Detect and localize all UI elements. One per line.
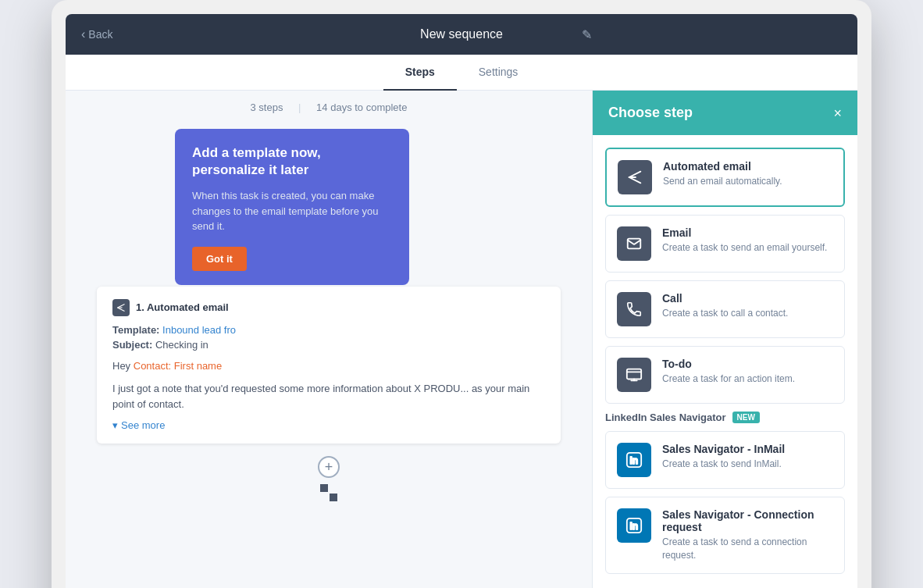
template-field: Template: Inbound lead fro (112, 324, 545, 336)
add-step-button[interactable]: + (318, 456, 340, 478)
svg-text:in: in (630, 455, 639, 466)
nav-title: New sequence (420, 27, 503, 41)
inmail-desc: Create a task to send InMail. (662, 458, 785, 471)
edit-icon[interactable]: ✎ (582, 27, 592, 42)
tab-settings[interactable]: Settings (457, 55, 540, 91)
grid-cell-1 (320, 484, 328, 492)
template-link[interactable]: Inbound lead fro (162, 324, 236, 336)
call-desc: Create a task to call a contact. (662, 307, 788, 320)
linkedin-label-text: LinkedIn Sales Navigator (605, 412, 726, 423)
see-more-button[interactable]: ▾ See more (112, 419, 545, 431)
linkedin-section-label: LinkedIn Sales Navigator NEW (605, 412, 845, 423)
right-panel: Choose step × (592, 91, 857, 588)
close-button[interactable]: × (833, 106, 842, 120)
screen: ‹ Back New sequence ✎ Steps Settings 3 s… (66, 14, 857, 588)
step-option-automated-email[interactable]: Automated email Send an email automatica… (605, 148, 845, 207)
divider: | (298, 102, 301, 113)
main-layout: 3 steps | 14 days to complete Add a temp… (66, 91, 857, 588)
inmail-option-text: Sales Navigator - InMail Create a task t… (662, 443, 785, 471)
automated-email-option-icon (618, 160, 652, 194)
inmail-option-icon: in (617, 443, 651, 477)
todo-option-icon (617, 358, 651, 392)
call-option-text: Call Create a task to call a contact. (662, 292, 788, 320)
steps-header: 3 steps | 14 days to complete (66, 91, 592, 121)
panel-title: Choose step (608, 105, 693, 121)
grid-cell-2 (330, 484, 337, 492)
automated-email-icon (112, 299, 130, 316)
svg-line-3 (629, 172, 641, 177)
subject-label: Subject: (112, 339, 152, 351)
todo-desc: Create a task for an action item. (662, 372, 795, 386)
template-label: Template: (112, 324, 159, 336)
left-content: 3 steps | 14 days to complete Add a temp… (66, 91, 592, 588)
svg-rect-7 (627, 369, 641, 380)
laptop-container: ‹ Back New sequence ✎ Steps Settings 3 s… (52, 0, 871, 588)
connection-option-icon: in (617, 508, 651, 543)
tooltip-popup: Add a template now, personalize it later… (175, 129, 409, 285)
connection-title: Sales Navigator - Connection request (662, 508, 833, 533)
svg-line-4 (629, 177, 641, 183)
automated-email-desc: Send an email automatically. (663, 175, 782, 188)
panel-header: Choose step × (593, 91, 857, 135)
tooltip-title: Add a template now, personalize it later (192, 144, 392, 179)
greeting-text: Hey (112, 360, 130, 372)
step-label: 1. Automated email (136, 301, 229, 313)
automated-email-option-text: Automated email Send an email automatica… (663, 160, 782, 188)
grid-cell-3 (320, 494, 328, 501)
chevron-down-icon: ▾ (112, 419, 118, 431)
connection-option-text: Sales Navigator - Connection request Cre… (662, 508, 833, 562)
got-it-button[interactable]: Got it (192, 247, 247, 271)
email-option-icon (617, 226, 651, 261)
svg-text:in: in (630, 521, 639, 532)
email-body: Hey Contact: First name (112, 358, 545, 374)
inmail-title: Sales Navigator - InMail (662, 443, 785, 455)
svg-line-1 (118, 308, 125, 312)
top-nav: ‹ Back New sequence ✎ (66, 14, 857, 55)
tabs-bar: Steps Settings (66, 55, 857, 91)
back-label: Back (88, 28, 112, 41)
step-option-email[interactable]: Email Create a task to send an email you… (605, 215, 845, 273)
tab-steps[interactable]: Steps (383, 55, 457, 91)
subject-value: Checking in (155, 339, 208, 351)
step-option-todo[interactable]: To-do Create a task for an action item. (605, 346, 845, 404)
call-title: Call (662, 292, 788, 305)
todo-option-text: To-do Create a task for an action item. (662, 358, 795, 386)
grid-cell-4 (330, 494, 337, 501)
grid-decoration (320, 484, 337, 501)
email-desc: Create a task to send an email yourself. (662, 241, 827, 255)
see-more-label: See more (121, 419, 165, 431)
step-option-inmail[interactable]: in Sales Navigator - InMail Create a tas… (605, 431, 845, 489)
call-option-icon (617, 292, 651, 326)
step-count: 3 steps (251, 102, 283, 113)
new-badge: NEW (732, 412, 760, 423)
panel-body: Automated email Send an email automatica… (593, 135, 857, 588)
connection-desc: Create a task to send a connection reque… (662, 536, 833, 562)
svg-line-0 (118, 304, 125, 308)
email-title: Email (662, 226, 827, 239)
tooltip-body: When this task is created, you can make … (192, 188, 392, 234)
step-option-call[interactable]: Call Create a task to call a contact. (605, 280, 845, 338)
automated-email-title: Automated email (663, 160, 782, 173)
email-card-header: 1. Automated email (112, 299, 545, 316)
back-button[interactable]: ‹ Back (81, 27, 112, 41)
add-step-section: + (97, 456, 561, 501)
step-duration: 14 days to complete (316, 102, 407, 113)
step-option-connection[interactable]: in Sales Navigator - Connection request … (605, 497, 845, 574)
contact-token: Contact: First name (134, 360, 222, 372)
sequence-content: Add a template now, personalize it later… (66, 121, 592, 517)
back-arrow-icon: ‹ (81, 27, 85, 41)
email-body-text: I just got a note that you'd requested s… (112, 381, 545, 412)
todo-title: To-do (662, 358, 795, 370)
subject-field: Subject: Checking in (112, 339, 545, 351)
email-card: 1. Automated email Template: Inbound lea… (97, 287, 561, 444)
email-option-text: Email Create a task to send an email you… (662, 226, 827, 255)
